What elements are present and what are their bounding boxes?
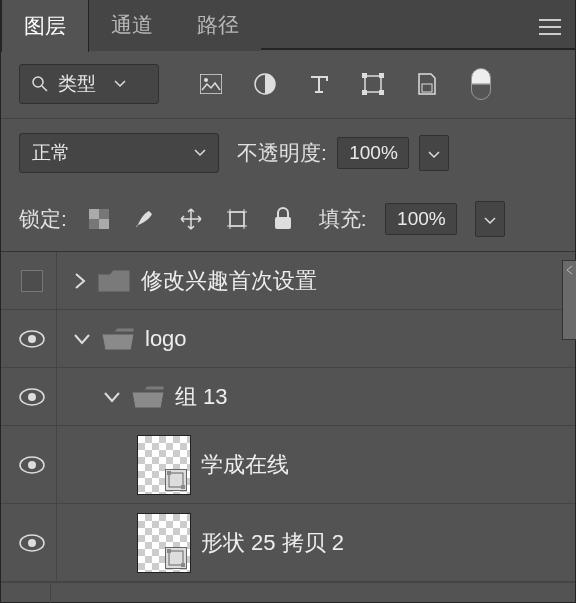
svg-rect-28 — [181, 485, 185, 489]
svg-rect-7 — [379, 73, 384, 78]
panel-collapse-grip[interactable] — [562, 260, 576, 340]
lock-transparency-icon[interactable] — [85, 205, 113, 233]
opacity-dropdown-button[interactable] — [419, 135, 449, 171]
vector-mask-badge-icon — [165, 469, 187, 491]
lock-label: 锁定: — [19, 205, 67, 233]
tab-channels[interactable]: 通道 — [89, 0, 175, 51]
eye-icon — [19, 534, 45, 552]
chevron-down-icon[interactable] — [103, 390, 121, 404]
filter-kind-dropdown[interactable]: 类型 — [19, 64, 159, 104]
visibility-toggle[interactable] — [7, 368, 57, 425]
svg-rect-12 — [89, 209, 99, 219]
layer-thumbnail — [137, 435, 191, 495]
svg-point-30 — [28, 539, 36, 547]
opacity-value[interactable]: 100% — [337, 137, 409, 169]
filter-icons — [197, 70, 495, 98]
svg-rect-9 — [379, 90, 384, 95]
folder-icon — [97, 268, 131, 294]
svg-rect-26 — [169, 473, 183, 487]
visibility-off-icon — [21, 270, 43, 292]
lock-all-icon[interactable] — [269, 205, 297, 233]
visibility-toggle[interactable] — [7, 426, 57, 503]
panel-menu-button[interactable] — [539, 18, 561, 40]
lock-row: 锁定: 填充: 100% — [1, 187, 575, 251]
visibility-toggle[interactable] — [7, 504, 57, 581]
svg-rect-33 — [181, 563, 185, 567]
vector-mask-badge-icon — [165, 547, 187, 569]
fill-dropdown-button[interactable] — [475, 201, 505, 237]
lock-artboard-icon[interactable] — [223, 205, 251, 233]
layer-row[interactable]: 修改兴趣首次设置 — [1, 252, 575, 310]
chevron-down-icon[interactable] — [73, 332, 91, 346]
layer-row[interactable]: 形状 25 拷贝 2 — [1, 504, 575, 582]
svg-point-21 — [28, 335, 36, 343]
layer-row[interactable]: 组 13 — [1, 368, 575, 426]
layer-name: 修改兴趣首次设置 — [141, 266, 317, 296]
svg-point-23 — [28, 393, 36, 401]
layer-row[interactable]: 学成在线 — [1, 426, 575, 504]
folder-open-icon — [101, 326, 135, 352]
lock-position-icon[interactable] — [177, 205, 205, 233]
layer-row-partial — [1, 582, 575, 603]
layer-name: logo — [145, 326, 187, 352]
layer-name: 学成在线 — [201, 450, 289, 480]
chevron-right-icon[interactable] — [73, 271, 87, 291]
eye-icon — [19, 330, 45, 348]
chevron-left-icon — [565, 265, 575, 275]
svg-rect-10 — [422, 84, 432, 92]
fill-label: 填充: — [319, 205, 367, 233]
svg-point-3 — [204, 78, 208, 82]
svg-rect-19 — [275, 217, 291, 229]
search-icon — [32, 76, 48, 92]
filter-smartobject-icon[interactable] — [413, 70, 441, 98]
tabs-spacer — [261, 0, 575, 49]
tab-layers[interactable]: 图层 — [1, 0, 89, 52]
layers-panel: 图层 通道 路径 类型 — [0, 0, 576, 603]
eye-icon — [19, 456, 45, 474]
svg-rect-8 — [362, 90, 367, 95]
svg-rect-32 — [167, 549, 171, 553]
filter-adjustment-icon[interactable] — [251, 70, 279, 98]
folder-open-icon — [131, 384, 165, 410]
visibility-toggle[interactable] — [1, 583, 51, 603]
panel-tabs: 图层 通道 路径 — [1, 0, 575, 50]
svg-rect-5 — [365, 76, 381, 92]
svg-rect-2 — [200, 74, 222, 94]
filter-kind-label: 类型 — [58, 71, 96, 97]
filter-pixel-icon[interactable] — [197, 70, 225, 98]
visibility-toggle[interactable] — [7, 252, 57, 309]
blend-mode-value: 正常 — [32, 140, 70, 166]
fill-value[interactable]: 100% — [385, 203, 457, 235]
layer-thumbnail — [137, 513, 191, 573]
eye-icon — [19, 388, 45, 406]
filter-shape-icon[interactable] — [359, 70, 387, 98]
layer-row[interactable]: logo — [1, 310, 575, 368]
svg-point-0 — [33, 77, 43, 87]
visibility-toggle[interactable] — [7, 310, 57, 367]
svg-rect-13 — [99, 219, 109, 229]
layer-name: 形状 25 拷贝 2 — [201, 528, 344, 558]
layer-name: 组 13 — [175, 382, 228, 412]
layers-list: 修改兴趣首次设置 logo 组 13 — [1, 251, 575, 603]
lock-pixels-icon[interactable] — [131, 205, 159, 233]
filter-type-icon[interactable] — [305, 70, 333, 98]
blend-mode-dropdown[interactable]: 正常 — [19, 133, 219, 173]
tab-paths[interactable]: 路径 — [175, 0, 261, 51]
svg-rect-27 — [167, 471, 171, 475]
svg-rect-6 — [362, 73, 367, 78]
chevron-down-icon — [194, 149, 206, 157]
svg-rect-31 — [169, 551, 183, 565]
filter-toggle-icon[interactable] — [467, 70, 495, 98]
opacity-label: 不透明度: — [237, 139, 327, 167]
blend-row: 正常 不透明度: 100% — [1, 119, 575, 187]
chevron-down-icon — [114, 80, 126, 88]
svg-rect-14 — [230, 212, 244, 226]
svg-line-1 — [42, 86, 47, 91]
filter-row: 类型 — [1, 50, 575, 119]
svg-point-25 — [28, 461, 36, 469]
